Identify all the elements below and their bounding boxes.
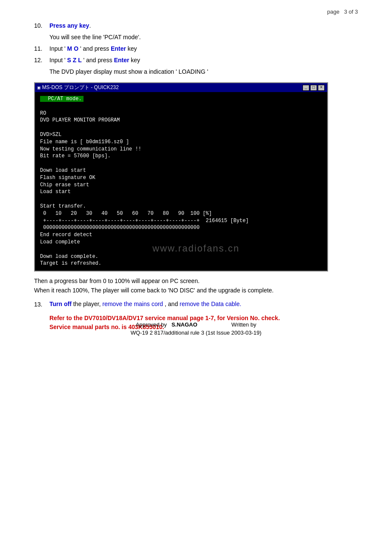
step11-after: ' and press — [80, 45, 109, 52]
step-13-number: 13. — [34, 300, 49, 309]
step13-removecord: remove the mains cord — [102, 301, 163, 307]
press-any-key-text: Press any key — [49, 22, 89, 29]
dos-titlebar: ▣ MS-DOS プロンプト - QUICK232 _ □ × — [35, 83, 327, 92]
step11-before: Input ' — [49, 45, 66, 52]
dos-body: PC/AT mode. RO DVD PLAYER MONITOR PROGRA… — [35, 92, 327, 271]
step-12-sub: The DVD player display must show a indic… — [49, 67, 358, 76]
step-10-number: 10. — [34, 21, 49, 30]
dos-icon: ▣ — [37, 85, 40, 90]
footer-approved: Approved by S.NAGAO — [136, 321, 198, 328]
step-10-content: Press any key. — [49, 21, 358, 30]
step-12-number: 12. — [34, 56, 49, 65]
progress-text: Then a progress bar from 0 to 100% will … — [34, 278, 358, 284]
dos-titlebar-buttons: _ □ × — [303, 85, 325, 91]
step12-highlight: S Z L — [66, 57, 84, 64]
step11-highlight: M O — [66, 45, 80, 52]
step12-before: Input ' — [49, 57, 66, 64]
step-13-content: Turn off the player, remove the mains co… — [49, 300, 358, 309]
footer: Approved by S.NAGAO Written by WQ-19 2 8… — [0, 321, 392, 336]
step10-dot: . — [89, 22, 91, 29]
reach-text: When it reach 100%, The player will come… — [34, 287, 358, 294]
step-12: 12. Input ' S Z L ' and press Enter key — [34, 56, 358, 65]
dos-title: MS-DOS プロンプト - QUICK232 — [42, 84, 119, 91]
written-label: Written by — [231, 321, 256, 328]
approved-name: S.NAGAO — [171, 321, 197, 328]
step11-enter: Enter — [111, 45, 126, 52]
step13-text4: , and — [165, 301, 178, 307]
step-10-sub: You will see the line 'PC/AT mode'. — [49, 33, 358, 42]
dos-close-btn[interactable]: × — [318, 85, 325, 91]
step-11-number: 11. — [34, 44, 49, 53]
step12-after: ' and press — [83, 57, 112, 64]
dos-maximize-btn[interactable]: □ — [310, 85, 317, 91]
step12-suffix: key — [131, 57, 140, 64]
page-value: 3 of 3 — [344, 9, 358, 15]
footer-doc: WQ-19 2 817/additional rule 3 (1st Issue… — [0, 330, 392, 336]
step-11: 11. Input ' M O ' and press Enter key — [34, 44, 358, 53]
approved-label: Approved by — [136, 321, 167, 328]
dos-pcmode: PC/AT mode. — [40, 96, 84, 102]
step13-removedata: remove the Data cable. — [180, 301, 242, 307]
page-number: page 3 of 3 — [327, 9, 358, 15]
step12-enter: Enter — [114, 57, 129, 64]
footer-written: Written by — [231, 321, 256, 328]
step11-suffix: key — [128, 45, 137, 52]
step-13: 13. Turn off the player, remove the main… — [34, 300, 358, 309]
step13-turnoff: Turn off — [49, 301, 72, 307]
page-label: page — [327, 9, 340, 15]
dos-titlebar-left: ▣ MS-DOS プロンプト - QUICK232 — [37, 84, 119, 91]
step-11-content: Input ' M O ' and press Enter key — [49, 44, 358, 53]
dos-minimize-btn[interactable]: _ — [303, 85, 309, 91]
dos-window: ▣ MS-DOS プロンプト - QUICK232 _ □ × PC/AT mo… — [34, 82, 328, 272]
step-10: 10. Press any key. — [34, 21, 358, 30]
step-12-content: Input ' S Z L ' and press Enter key — [49, 56, 358, 65]
footer-line1: Approved by S.NAGAO Written by — [0, 321, 392, 328]
step13-text2: the player, — [73, 301, 101, 307]
